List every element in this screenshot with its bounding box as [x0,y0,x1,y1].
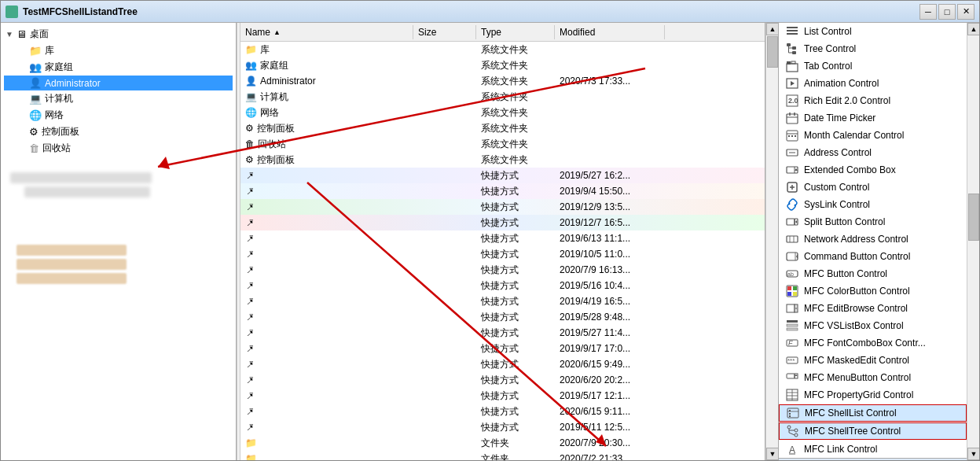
ctrl-label: MFC EditBrowse Control [804,303,908,314]
list-item[interactable]: ⭷ 快捷方式 2019/12/9 13:5... [240,199,765,215]
row-modified: 2020/7/9 20:30... [555,437,665,449]
tree-item-root[interactable]: ▼ 🖥 桌面 [4,26,233,42]
tree-item-computer[interactable]: 💻 计算机 [4,90,233,107]
row-type: 快捷方式 [476,231,555,246]
desktop-icon: 🖥 [17,28,27,40]
ctrl-item-splitbtn[interactable]: Split Button Control [779,213,967,230]
row-size [413,159,476,160]
col-header-type[interactable]: Type [476,25,555,39]
list-item[interactable]: ⭷ 快捷方式 2019/5/27 16:2... [240,168,765,183]
ctrl-item-mfcedit[interactable]: MFC EditBrowse Control [779,300,967,317]
list-item[interactable]: ⭷ 快捷方式 2019/10/5 11:0... [240,246,765,262]
ctrl-label: SysLink Control [804,199,870,210]
list-item[interactable]: ⭷ 快捷方式 2019/5/27 11:4... [240,325,765,341]
tree-ctrl-icon [785,42,799,56]
col-type-label: Type [481,27,501,38]
list-item[interactable]: ⭷ 快捷方式 2019/5/17 12:1... [240,388,765,404]
tree-item-network[interactable]: 🌐 网络 [4,107,233,124]
svg-rect-14 [787,64,798,72]
list-body: 📁库 系统文件夹 👥家庭组 系统文件夹 👤Administrator 系统文件夹… [240,42,765,460]
list-item[interactable]: ⭷ 快捷方式 2020/6/15 9:11... [240,404,765,419]
maximize-button[interactable]: □ [938,4,956,20]
ctrl-item-mfcshelllist[interactable]: MFC ShellList Control [779,404,967,422]
row-modified [555,96,665,98]
list-item[interactable]: ⭷ 快捷方式 2019/9/17 17:0... [240,341,765,356]
ctrl-label: MFC VSListBox Control [804,320,904,331]
ctrl-item-tree[interactable]: Tree Control [779,40,967,57]
tree-item-controlpanel[interactable]: ⚙ 控制面板 [4,124,233,140]
svg-line-82 [789,433,795,435]
tree-item-administrator[interactable]: 👤 Administrator [4,76,233,90]
list-item[interactable]: ⭷ 快捷方式 2020/6/20 20:2... [240,372,765,388]
row-size [413,458,476,459]
ctrl-item-commandbtn[interactable]: Command Button Control [779,248,967,265]
list-item[interactable]: 💻计算机 系统文件夹 [240,89,765,105]
tree-item-homegroup[interactable]: 👥 家庭组 [4,59,233,76]
scroll-thumb[interactable] [767,36,778,68]
ctrl-item-richedit[interactable]: 2.0 Rich Edit 2.0 Control [779,92,967,109]
computer-icon: 💻 [29,93,42,105]
ctrl-item-comboex[interactable]: Extended Combo Box [779,161,967,179]
row-type: 快捷方式 [476,373,555,388]
right-scroll-up-btn[interactable]: ▲ [967,23,979,35]
list-item[interactable]: ⚙控制面板 系统文件夹 [240,152,765,168]
ctrl-item-syslink[interactable]: SysLink Control [779,196,967,213]
ctrl-item-custom[interactable]: Custom Control [779,179,967,196]
ctrl-item-tab[interactable]: Tab Control [779,57,967,75]
ctrl-item-address[interactable]: Address Control [779,144,967,161]
tree-item-library[interactable]: 📁 库 [4,42,233,59]
right-scroll-thumb[interactable] [968,194,979,241]
ctrl-item-networkaddr[interactable]: Network Address Control [779,230,967,248]
close-button[interactable]: ✕ [957,4,974,20]
custom-ctrl-icon [785,180,799,194]
scroll-up-btn[interactable]: ▲ [766,23,779,35]
list-scrollbar[interactable]: ▲ ▼ [765,23,778,460]
list-item[interactable]: ⭷ 快捷方式 2019/5/28 9:48... [240,309,765,325]
ctrl-item-mfcbtn[interactable]: ab MFC Button Control [779,265,967,282]
list-item[interactable]: ⭷ 快捷方式 2020/6/15 9:49... [240,356,765,372]
minimize-button[interactable]: ─ [919,4,937,20]
mfcvslist-ctrl-icon [785,319,799,333]
ctrl-item-mfcpropgrid[interactable]: MFC PropertyGrid Control [779,386,967,404]
ctrl-item-mfcvslist[interactable]: MFC VSListBox Control [779,317,967,334]
ctrl-item-datetime[interactable]: Date Time Picker [779,109,967,127]
row-type: 系统文件夹 [476,42,555,57]
col-header-size[interactable]: Size [413,25,476,39]
svg-rect-15 [787,61,791,65]
ctrl-item-mfcfont[interactable]: F MFC FontComboBox Contr... [779,334,967,352]
row-modified: 2019/5/27 11:4... [555,326,665,339]
list-item[interactable]: 📁 文件夹 2020/7/2 21:33... [240,451,765,460]
right-scroll-down-btn[interactable]: ▼ [967,448,979,460]
right-panel-scrollbar[interactable]: ▲ ▼ [967,23,979,460]
ctrl-item-mfclink[interactable]: A MFC Link Control [779,441,967,458]
ctrl-item-mfccolor[interactable]: MFC ColorButton Control [779,282,967,300]
row-icon: ⭷ [245,296,255,307]
ctrl-item-mfcmasked[interactable]: *** MFC MaskedEdit Control [779,352,967,369]
list-item[interactable]: ⭷ 快捷方式 2019/4/19 16:5... [240,293,765,309]
ctrl-item-calendar[interactable]: Month Calendar Control [779,127,967,144]
list-item[interactable]: ⚙控制面板 系统文件夹 [240,120,765,136]
list-item[interactable]: ⭷ 快捷方式 2020/7/9 16:13... [240,262,765,278]
ctrl-label: List Control [804,26,852,37]
ctrl-item-list[interactable]: List Control [779,23,967,40]
list-item[interactable]: ⭷ 快捷方式 2019/6/13 11:1... [240,230,765,246]
col-header-modified[interactable]: Modified [555,25,665,39]
list-item[interactable]: 🗑回收站 系统文件夹 [240,136,765,152]
list-item[interactable]: ⭷ 快捷方式 2019/9/4 15:50... [240,183,765,199]
ctrl-item-mfcshelltree[interactable]: MFC ShellTree Control [779,422,967,440]
list-item[interactable]: 📁 文件夹 2020/7/9 20:30... [240,435,765,451]
svg-point-79 [795,433,798,437]
tree-item-label: 控制面板 [42,125,79,138]
scroll-down-btn[interactable]: ▼ [766,448,779,460]
list-item[interactable]: 📁库 系统文件夹 [240,42,765,57]
list-item[interactable]: ⭷ 快捷方式 2019/5/16 10:4... [240,278,765,293]
ctrl-item-mfcmenu[interactable]: MFC MenuButton Control [779,369,967,386]
list-item[interactable]: ⭷ 快捷方式 2019/5/11 12:5... [240,419,765,435]
col-header-name[interactable]: Name ▲ [240,25,413,39]
tree-item-recycle[interactable]: 🗑 回收站 [4,140,233,157]
ctrl-item-animation[interactable]: Animation Control [779,75,967,92]
list-item[interactable]: 👥家庭组 系统文件夹 [240,57,765,73]
list-item[interactable]: ⭷ 快捷方式 2019/12/7 16:5... [240,215,765,230]
list-item[interactable]: 🌐网络 系统文件夹 [240,105,765,120]
list-item[interactable]: 👤Administrator 系统文件夹 2020/7/3 17:33... [240,73,765,89]
